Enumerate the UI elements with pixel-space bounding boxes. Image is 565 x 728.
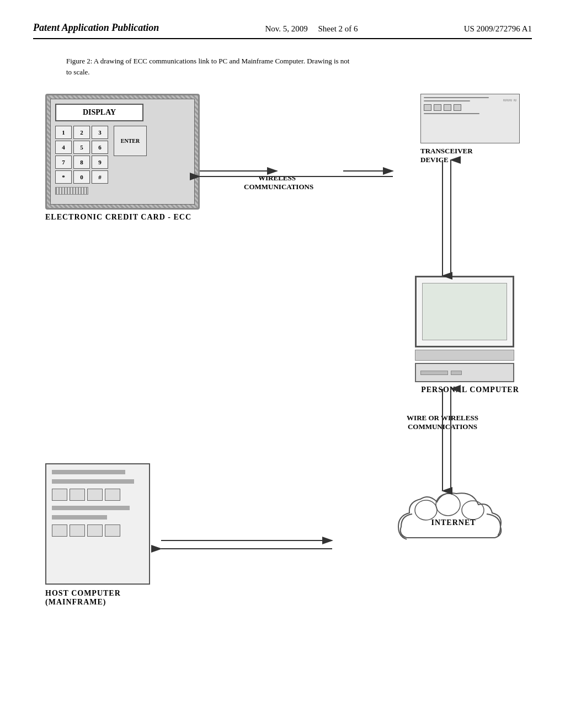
ecc-key-hash: # (92, 170, 108, 184)
header-date-sheet: Nov. 5, 2009 Sheet 2 of 6 (265, 22, 358, 34)
pc-base (415, 350, 514, 361)
header: Patent Application Publication Nov. 5, 2… (33, 22, 532, 39)
host-drive-5 (52, 524, 67, 537)
pc-drive-2 (451, 371, 462, 375)
ecc-device: DISPLAY 1 2 3 4 5 (45, 94, 200, 226)
pc-device: PERSONAL COMPUTER (415, 276, 525, 394)
pc-monitor (415, 276, 514, 347)
host-drive-2 (70, 489, 85, 501)
svg-point-1 (436, 494, 460, 516)
ecc-inner: DISPLAY 1 2 3 4 5 (50, 99, 195, 205)
ecc-key-9: 9 (92, 156, 108, 169)
transceiver-label: TRANSCEIVER DEVICE (420, 147, 473, 164)
ecc-key-1: 1 (55, 126, 72, 139)
ecc-device-label: ELECTRONIC CREDIT CARD - ECC (45, 213, 200, 222)
ecc-speaker-area (55, 187, 190, 195)
host-device: HOST COMPUTER (MAINFRAME) (45, 463, 156, 607)
pc-drive-1 (420, 371, 448, 375)
ecc-key-8: 8 (73, 156, 90, 169)
ecc-key-0: 0 (73, 170, 90, 184)
ecc-row-2: 4 5 6 (55, 141, 108, 154)
ecc-enter-button: ENTER (114, 126, 147, 156)
transceiver-device: ≈≈≈ ≈ TRANSCEIVER DEVICE (420, 94, 531, 160)
svg-rect-3 (407, 527, 498, 543)
ecc-key-2: 2 (73, 126, 90, 139)
ecc-outer: DISPLAY 1 2 3 4 5 (45, 94, 200, 210)
svg-point-2 (462, 501, 484, 520)
ecc-key-6: 6 (92, 141, 108, 154)
host-drive-row-2 (52, 524, 143, 537)
pc-tower (415, 363, 514, 382)
transceiver-labels-row: TRANSCEIVER DEVICE (420, 147, 531, 164)
ecc-row-1: 1 2 3 (55, 126, 108, 139)
publication-date: Nov. 5, 2009 (265, 24, 307, 33)
diagram-area: DISPLAY 1 2 3 4 5 (34, 88, 531, 667)
ecc-keypad-right: 1 2 3 4 5 6 7 (55, 126, 190, 184)
host-drive-4 (105, 489, 120, 501)
page: Patent Application Publication Nov. 5, 2… (0, 0, 565, 728)
host-box (45, 463, 150, 585)
publication-title: Patent Application Publication (33, 22, 159, 34)
host-drive-7 (87, 524, 103, 537)
ecc-key-7: 7 (55, 156, 72, 169)
host-drive-6 (70, 524, 85, 537)
pc-label: PERSONAL COMPUTER (415, 386, 525, 394)
host-drive-1 (52, 489, 67, 501)
ecc-key-star: * (55, 170, 72, 184)
host-drive-row-1 (52, 489, 143, 501)
host-drive-8 (105, 524, 120, 537)
ecc-key-4: 4 (55, 141, 72, 154)
host-drive-3 (87, 489, 103, 501)
internet-cloud: INTERNET (393, 485, 514, 568)
pc-screen (422, 283, 507, 340)
host-label: HOST COMPUTER (MAINFRAME) (45, 589, 156, 607)
trans-dots-row1 (424, 104, 516, 111)
ecc-keys-left: 1 2 3 4 5 6 7 (55, 126, 108, 184)
ecc-display: DISPLAY (55, 104, 143, 121)
figure-caption: Figure 2: A drawing of ECC communication… (66, 56, 353, 77)
svg-point-0 (415, 500, 437, 520)
transceiver-box: ≈≈≈ ≈ (420, 94, 520, 143)
ecc-key-3: 3 (92, 126, 108, 139)
wireless-label: WIRELESS COMMUNICATIONS (244, 174, 310, 191)
internet-label: INTERNET (431, 518, 476, 527)
patent-number: US 2009/272796 A1 (464, 22, 532, 34)
wire-wireless-label: WIRE OR WIRELESS COMMUNICATIONS (398, 414, 487, 431)
ecc-key-5: 5 (73, 141, 90, 154)
ecc-speaker (55, 187, 88, 195)
ecc-row-4: * 0 # (55, 170, 108, 184)
host-drives (52, 470, 143, 537)
sheet-info: Sheet 2 of 6 (318, 24, 358, 33)
ecc-row-3: 7 8 9 (55, 156, 108, 169)
